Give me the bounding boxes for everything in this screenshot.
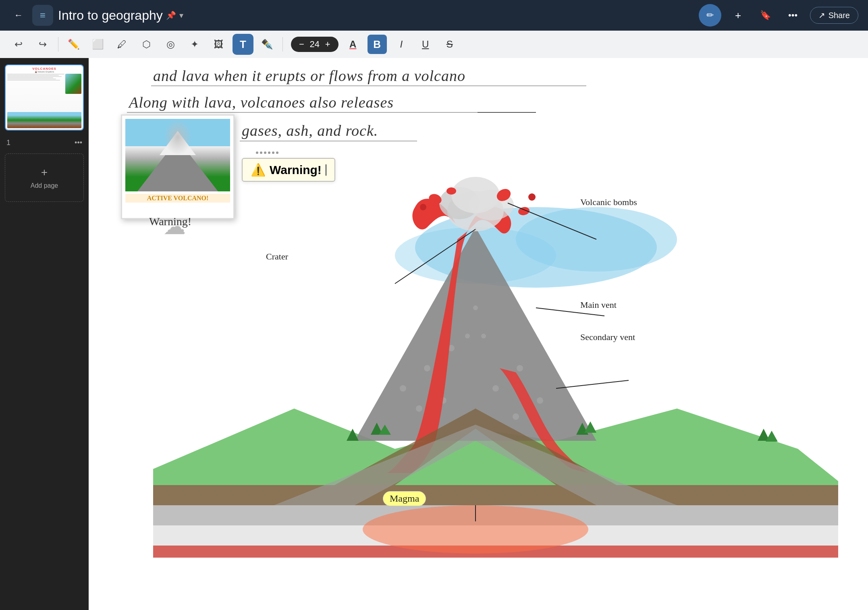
add-page-label: Add page bbox=[31, 182, 58, 189]
font-size-value: 24 bbox=[308, 39, 321, 50]
page-number: 1 bbox=[6, 139, 10, 147]
svg-point-9 bbox=[400, 385, 406, 392]
font-size-increase[interactable]: + bbox=[324, 39, 332, 50]
add-button[interactable]: + bbox=[728, 5, 749, 26]
text-line-3: gases, ash, and rock. bbox=[242, 122, 378, 139]
svg-point-29 bbox=[528, 193, 536, 201]
image-button[interactable]: 🖼 bbox=[208, 34, 229, 55]
notebook-icon: ≡ bbox=[32, 5, 53, 26]
header-left: ← ≡ Intro to geography 📌 ▾ bbox=[10, 5, 692, 26]
title-chevron-icon[interactable]: ▾ bbox=[179, 10, 183, 20]
share-button[interactable]: ↗ Share bbox=[810, 7, 858, 24]
sidebar: VOLCANOES 🌋 Volcanic Eruptions bbox=[0, 58, 89, 610]
marker-icon: 🖊 bbox=[117, 39, 127, 50]
svg-point-15 bbox=[517, 365, 523, 371]
font-color-button[interactable]: A bbox=[343, 35, 363, 54]
share-arrow-icon: ↗ bbox=[818, 10, 825, 20]
header-right: ✏ + 🔖 ••• ↗ Share bbox=[699, 4, 858, 27]
secondary-vent-label: Secondary vent bbox=[580, 332, 635, 342]
text-line-2: Along with lava, volcanoes also releases bbox=[129, 93, 394, 111]
main-vent-label: Main vent bbox=[580, 300, 617, 310]
redo-button[interactable]: ↪ bbox=[32, 34, 53, 55]
pen-icon: ✏️ bbox=[68, 39, 80, 50]
pencil-tool-button[interactable]: ✏ bbox=[699, 4, 721, 27]
font-color-icon: A bbox=[349, 39, 356, 50]
star-icon: ✦ bbox=[191, 39, 199, 50]
undo-button[interactable]: ↩ bbox=[8, 34, 29, 55]
shape-icon: ◎ bbox=[166, 39, 175, 50]
main: VOLCANOES 🌋 Volcanic Eruptions bbox=[0, 58, 868, 610]
header: ← ≡ Intro to geography 📌 ▾ ✏ + 🔖 ••• ↗ S… bbox=[0, 0, 868, 31]
bookmark-icon: 🔖 bbox=[760, 10, 771, 21]
canvas-area[interactable]: and lava when it erupts or flows from a … bbox=[89, 58, 868, 610]
add-page-button[interactable]: + Add page bbox=[5, 154, 84, 202]
canvas-content: and lava when it erupts or flows from a … bbox=[89, 58, 868, 610]
eraser-icon: ⬜ bbox=[92, 39, 104, 50]
svg-point-18 bbox=[473, 305, 478, 310]
thumbnail-image: VOLCANOES 🌋 Volcanic Eruptions bbox=[6, 65, 83, 130]
underline-line1 bbox=[151, 85, 586, 86]
redo-icon: ↪ bbox=[39, 39, 47, 50]
strikethrough-button[interactable]: S bbox=[440, 35, 459, 54]
font-size-decrease[interactable]: − bbox=[297, 39, 306, 50]
page-title: Intro to geography bbox=[58, 8, 163, 23]
svg-marker-37 bbox=[766, 431, 778, 442]
separator-2 bbox=[282, 37, 283, 52]
strikethrough-icon: S bbox=[446, 39, 453, 50]
drag-handle[interactable] bbox=[256, 151, 278, 154]
more-button[interactable]: ••• bbox=[783, 5, 804, 26]
underline-line3 bbox=[240, 141, 417, 141]
star-button[interactable]: ✦ bbox=[184, 34, 205, 55]
add-icon: + bbox=[735, 9, 741, 22]
font-size-control: − 24 + bbox=[291, 37, 338, 52]
pen-tool-button[interactable]: ✏️ bbox=[63, 34, 84, 55]
volcano-diagram bbox=[113, 167, 850, 558]
svg-point-12 bbox=[416, 405, 422, 412]
lasso-button[interactable]: ⬡ bbox=[136, 34, 157, 55]
magma-label: Magma bbox=[383, 491, 426, 506]
pencil2-button[interactable]: ✒️ bbox=[257, 34, 278, 55]
bold-icon: B bbox=[373, 38, 381, 51]
underline-button[interactable]: U bbox=[416, 35, 435, 54]
crater-label: Crater bbox=[266, 251, 288, 262]
text-icon: T bbox=[240, 38, 246, 51]
marker-button[interactable]: 🖊 bbox=[112, 34, 133, 55]
page-number-row: 1 ••• bbox=[5, 137, 84, 147]
pin-icon: 📌 bbox=[166, 10, 176, 20]
svg-line-43 bbox=[556, 380, 629, 388]
lasso-icon: ⬡ bbox=[142, 39, 151, 50]
svg-point-16 bbox=[537, 397, 543, 404]
italic-icon: I bbox=[400, 39, 403, 50]
bold-button[interactable]: B bbox=[368, 35, 387, 54]
underline-line2 bbox=[127, 112, 478, 113]
svg-point-24 bbox=[451, 177, 500, 213]
image-icon: 🖼 bbox=[214, 39, 224, 50]
back-button[interactable]: ← bbox=[10, 6, 27, 24]
title-area: Intro to geography 📌 ▾ bbox=[58, 8, 183, 23]
underline-icon: U bbox=[422, 39, 429, 50]
svg-point-10 bbox=[424, 365, 430, 371]
toolbar: ↩ ↪ ✏️ ⬜ 🖊 ⬡ ◎ ✦ 🖼 T ✒️ − 24 + A B I bbox=[0, 31, 868, 58]
add-page-icon: + bbox=[41, 166, 48, 179]
text-tool-button[interactable]: T bbox=[233, 34, 253, 55]
page-1-thumbnail[interactable]: VOLCANOES 🌋 Volcanic Eruptions bbox=[5, 64, 84, 131]
text-line-1: and lava when it erupts or flows from a … bbox=[153, 67, 465, 85]
page-more-icon[interactable]: ••• bbox=[75, 139, 82, 147]
share-label: Share bbox=[829, 11, 850, 20]
back-icon: ← bbox=[14, 10, 23, 21]
separator-1 bbox=[58, 37, 58, 52]
pencil-icon: ✏ bbox=[706, 10, 714, 21]
svg-point-19 bbox=[465, 334, 470, 338]
shape-button[interactable]: ◎ bbox=[160, 34, 181, 55]
undo-icon: ↩ bbox=[15, 39, 23, 50]
svg-marker-4 bbox=[153, 485, 838, 505]
svg-point-20 bbox=[481, 334, 486, 338]
svg-point-28 bbox=[446, 187, 456, 195]
bookmark-button[interactable]: 🔖 bbox=[755, 5, 776, 26]
eraser-button[interactable]: ⬜ bbox=[87, 34, 108, 55]
thumb-title: VOLCANOES bbox=[7, 67, 81, 71]
svg-point-30 bbox=[420, 204, 426, 210]
italic-button[interactable]: I bbox=[392, 35, 411, 54]
more-icon: ••• bbox=[788, 10, 797, 21]
pencil2-icon: ✒️ bbox=[261, 39, 273, 50]
